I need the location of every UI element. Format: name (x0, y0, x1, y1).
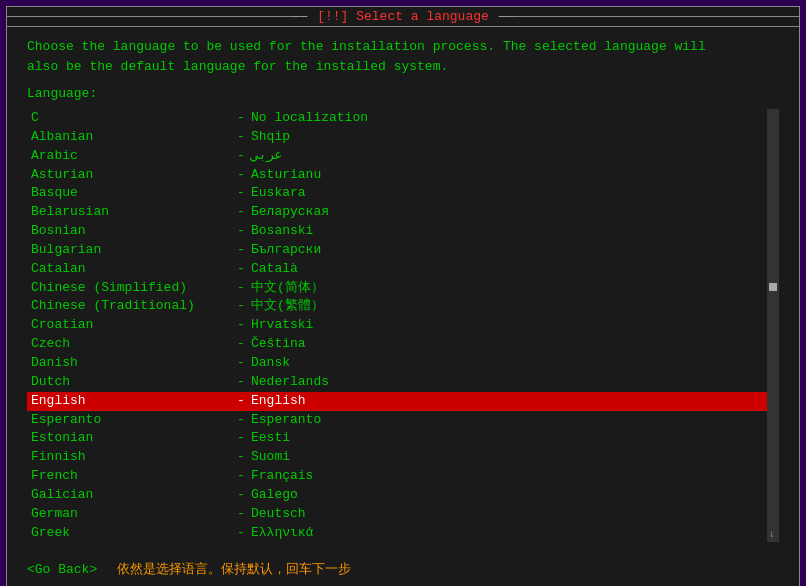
language-item[interactable]: Chinese (Simplified)-中文(简体） (27, 279, 767, 298)
lang-dash: - (231, 429, 251, 448)
lang-name: Dutch (31, 373, 231, 392)
lang-name: German (31, 505, 231, 524)
lang-dash: - (231, 166, 251, 185)
language-item[interactable]: Danish-Dansk (27, 354, 767, 373)
lang-name: Chinese (Simplified) (31, 279, 231, 298)
language-item[interactable]: Chinese (Traditional)-中文(繁體） (27, 297, 767, 316)
help-text: 依然是选择语言。保持默认，回车下一步 (117, 560, 351, 578)
lang-dash: - (231, 411, 251, 430)
lang-native: Čeština (251, 335, 306, 354)
language-item[interactable]: Esperanto-Esperanto (27, 411, 767, 430)
lang-native: English (251, 392, 306, 411)
lang-native: Euskara (251, 184, 306, 203)
lang-native: Dansk (251, 354, 290, 373)
main-window: —— [!!] Select a language —— Choose the … (6, 6, 800, 586)
lang-name: Bulgarian (31, 241, 231, 260)
lang-dash: - (231, 297, 251, 316)
lang-name: Croatian (31, 316, 231, 335)
lang-name: Estonian (31, 429, 231, 448)
lang-native: Hrvatski (251, 316, 313, 335)
lang-dash: - (231, 184, 251, 203)
lang-name: Basque (31, 184, 231, 203)
language-item[interactable]: Asturian-Asturianu (27, 166, 767, 185)
content-area: Choose the language to be used for the i… (7, 27, 799, 552)
language-item[interactable]: Arabic-عربي (27, 147, 767, 166)
lang-native: Български (251, 241, 321, 260)
lang-native: Nederlands (251, 373, 329, 392)
lang-native: Deutsch (251, 505, 306, 524)
lang-dash: - (231, 128, 251, 147)
lang-native: 中文(繁體） (251, 297, 324, 316)
lang-name: Esperanto (31, 411, 231, 430)
lang-dash: - (231, 241, 251, 260)
language-item[interactable]: Finnish-Suomi (27, 448, 767, 467)
lang-native: Galego (251, 486, 298, 505)
go-back-button[interactable]: <Go Back> (27, 562, 97, 577)
language-item[interactable]: Croatian-Hrvatski (27, 316, 767, 335)
lang-name: Danish (31, 354, 231, 373)
scrollbar-thumb[interactable] (769, 283, 777, 291)
language-item[interactable]: Estonian-Eesti (27, 429, 767, 448)
language-item[interactable]: Belarusian-Беларуская (27, 203, 767, 222)
lang-native: Eesti (251, 429, 290, 448)
lang-name: Albanian (31, 128, 231, 147)
lang-dash: - (231, 260, 251, 279)
description: Choose the language to be used for the i… (27, 37, 779, 76)
lang-name: Czech (31, 335, 231, 354)
lang-native: Беларуская (251, 203, 329, 222)
lang-dash: - (231, 109, 251, 128)
lang-name: French (31, 467, 231, 486)
lang-dash: - (231, 279, 251, 298)
lang-native: Asturianu (251, 166, 321, 185)
lang-dash: - (231, 203, 251, 222)
scrollbar-track: ↓ (769, 111, 777, 540)
lang-dash: - (231, 524, 251, 543)
lang-name: Greek (31, 524, 231, 543)
lang-dash: - (231, 335, 251, 354)
lang-name: Arabic (31, 147, 231, 166)
language-item[interactable]: English-English (27, 392, 767, 411)
lang-name: Belarusian (31, 203, 231, 222)
description-line2: also be the default language for the ins… (27, 57, 779, 77)
language-item[interactable]: German-Deutsch (27, 505, 767, 524)
language-item[interactable]: Albanian-Shqip (27, 128, 767, 147)
lang-name: Galician (31, 486, 231, 505)
window-title: [!!] Select a language (307, 9, 499, 24)
language-list[interactable]: C-No localizationAlbanian-ShqipArabic-عر… (27, 109, 767, 542)
lang-dash: - (231, 354, 251, 373)
language-item[interactable]: French-Français (27, 467, 767, 486)
language-item[interactable]: Dutch-Nederlands (27, 373, 767, 392)
lang-dash: - (231, 505, 251, 524)
scrollbar[interactable]: ↓ (767, 109, 779, 542)
lang-dash: - (231, 316, 251, 335)
lang-dash: - (231, 373, 251, 392)
lang-name: Chinese (Traditional) (31, 297, 231, 316)
lang-native: No localization (251, 109, 368, 128)
lang-dash: - (231, 147, 251, 166)
language-item[interactable]: Basque-Euskara (27, 184, 767, 203)
lang-native: عربي (251, 147, 282, 166)
lang-native: 中文(简体） (251, 279, 324, 298)
language-item[interactable]: Bulgarian-Български (27, 241, 767, 260)
title-bar: —— [!!] Select a language —— (7, 7, 799, 27)
language-item[interactable]: Bosnian-Bosanski (27, 222, 767, 241)
lang-dash: - (231, 467, 251, 486)
title-border-left: —— (292, 9, 308, 24)
list-container: C-No localizationAlbanian-ShqipArabic-عر… (27, 109, 779, 542)
language-item[interactable]: Galician-Galego (27, 486, 767, 505)
lang-native: Català (251, 260, 298, 279)
lang-native: Shqip (251, 128, 290, 147)
language-item[interactable]: Greek-Ελληνικά (27, 524, 767, 543)
language-item[interactable]: Czech-Čeština (27, 335, 767, 354)
scrollbar-arrow-down[interactable]: ↓ (769, 529, 775, 540)
lang-dash: - (231, 486, 251, 505)
footer-buttons: <Go Back> 依然是选择语言。保持默认，回车下一步 (7, 552, 799, 586)
lang-name: Finnish (31, 448, 231, 467)
language-label: Language: (27, 86, 779, 101)
language-item[interactable]: C-No localization (27, 109, 767, 128)
lang-dash: - (231, 222, 251, 241)
language-item[interactable]: Catalan-Català (27, 260, 767, 279)
title-border-right: —— (499, 9, 515, 24)
lang-name: English (31, 392, 231, 411)
lang-native: Suomi (251, 448, 290, 467)
